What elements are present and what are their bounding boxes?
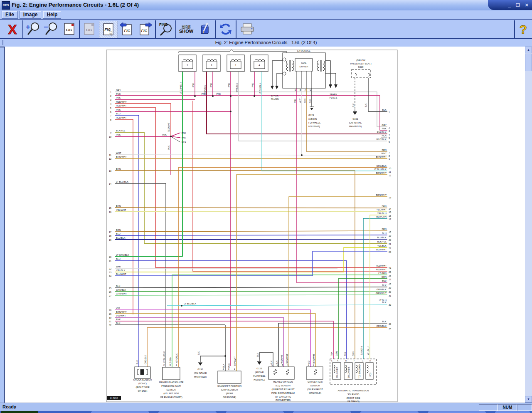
resistor-icon: [286, 369, 289, 375]
diagram-text: (DOHC): [138, 382, 147, 385]
diagram-text: (ABOVE: [255, 371, 264, 373]
print-button[interactable]: [237, 21, 257, 37]
wire-blk: [325, 61, 330, 84]
right-pin-number: 18: [389, 230, 391, 233]
wire-color-label: LT GRN/BLK: [180, 82, 182, 94]
left-pin-label: GRY: [116, 89, 121, 92]
left-pin-number: 3: [110, 99, 111, 101]
wire-color-label: PNK: [167, 145, 170, 150]
figure-prev-button[interactable]: FIG: [118, 21, 136, 37]
menu-image[interactable]: Image: [20, 11, 42, 19]
wire-brn: [115, 208, 387, 208]
diagram-viewport[interactable]: 2314E/I MODULECOILDRIVERSPARKPLUGSSPARKP…: [4, 47, 525, 403]
left-pin-label: RED/WHT: [116, 104, 127, 107]
wire-color-label: LT GRN: [169, 357, 172, 364]
hide-show-button[interactable]: HIDE SHOW: [177, 21, 195, 37]
diagram-text: 4: [259, 64, 260, 67]
svg-text:X: X: [8, 22, 17, 37]
wire-gry: [115, 92, 387, 127]
close-button[interactable]: ✕: [525, 1, 529, 9]
left-pin-number: 24: [109, 275, 111, 277]
figure-thumbnail-button[interactable]: FIG: [80, 21, 99, 37]
diagram-text: 3: [228, 368, 229, 370]
scroll-thumb[interactable]: [525, 54, 532, 71]
wire-blk: [200, 356, 225, 360]
menu-help[interactable]: Help: [43, 11, 61, 19]
figure-select-button[interactable]: FIG ☟: [99, 21, 118, 38]
menu-file[interactable]: File: [2, 11, 18, 19]
taskbar-button[interactable]: [91, 411, 150, 413]
diagram-text: 1: [313, 364, 314, 366]
coil-winding-icon: [207, 59, 217, 61]
diagram-text: D: [369, 360, 371, 362]
wire-color-label: TCC SOLENOID: [359, 364, 361, 378]
right-pin-number: 22: [389, 247, 391, 250]
taskbar-button[interactable]: [495, 411, 531, 413]
svg-text:+: +: [26, 23, 30, 31]
wire-color-label: BRN: [304, 99, 306, 103]
minimize-button[interactable]: _: [508, 1, 511, 9]
left-pin-label: BRN: [116, 205, 121, 207]
help-button[interactable]: ?: [515, 21, 531, 37]
diagram-text: MANIFOLD): [349, 125, 362, 128]
left-pin-label: BLU/BLK: [116, 237, 126, 239]
close-figure-button[interactable]: X: [3, 21, 22, 37]
left-pin-number: 5: [110, 106, 111, 109]
refresh-button[interactable]: [217, 21, 235, 37]
wire-color-label: PNK: [251, 83, 254, 87]
figure-list-button[interactable]: FIG: [60, 21, 79, 37]
caption-grip: [2, 40, 3, 45]
right-pin-number: 4: [389, 134, 390, 136]
left-pin-number: 17: [109, 231, 111, 233]
diagram-text: E/I MODULE: [297, 49, 310, 52]
right-pin-label: YEL/BLU: [377, 212, 387, 215]
left-pin-label: PNK: [116, 318, 121, 321]
scroll-down-button[interactable]: ▼: [525, 396, 532, 403]
diagram-text: MANIFOLD): [194, 376, 207, 378]
wire-blublk: [115, 239, 387, 240]
wire-color-label: BLU: [344, 352, 346, 356]
wire-color-label: BLK: [352, 103, 355, 107]
annotate-button[interactable]: [196, 21, 214, 37]
knock-element-icon: [140, 369, 144, 375]
taskbar-button[interactable]: [360, 411, 419, 413]
taskbar-button[interactable]: [293, 411, 352, 413]
right-pin-number: 19: [389, 235, 391, 237]
taskbar-button[interactable]: [225, 411, 284, 413]
left-pin-label: WHT: [116, 265, 121, 268]
wire-color-label: PNK: [228, 363, 230, 368]
left-pin-number: 32: [109, 324, 111, 326]
left-pin-label: RED/WHT: [116, 116, 127, 119]
vertical-scrollbar[interactable]: ▲ ▼: [525, 47, 532, 403]
right-pin-label: WHT/BLK: [377, 138, 387, 141]
right-pin-number: 20: [389, 239, 391, 241]
wire-color-label: VIO: [308, 361, 310, 364]
diagram-text: SPARK: [271, 94, 279, 97]
diagram-text: (ON INTAKE: [194, 372, 207, 374]
svg-text:?: ?: [520, 22, 527, 36]
start-button-edge[interactable]: [1, 411, 38, 413]
figure-next-button[interactable]: FIG: [136, 21, 154, 37]
diagram-text: OF ENGINE COMPT): [160, 396, 182, 398]
left-pin-number: 18: [109, 235, 111, 237]
left-pin-number: 4: [110, 103, 111, 105]
find-button[interactable]: FIND: [157, 21, 175, 37]
left-pin-number: 26: [109, 291, 111, 293]
right-pin-label: GRN: [382, 276, 387, 278]
zoom-in-button[interactable]: +: [24, 21, 42, 37]
taskbar-button[interactable]: [427, 411, 486, 413]
left-pin-number: 23: [109, 271, 111, 274]
close-x-icon: X: [4, 21, 21, 37]
taskbar-button[interactable]: [158, 411, 217, 413]
diagram-text: OF ENGINE): [223, 396, 236, 398]
junction-dot: [181, 305, 182, 307]
diagram-text: E: [331, 360, 332, 362]
cmp-sensor: [218, 371, 241, 383]
scroll-up-button[interactable]: ▲: [525, 47, 532, 53]
window-title: Fig. 2: Engine Performance Circuits - 1.…: [12, 2, 139, 8]
wire-brn: [307, 88, 387, 152]
left-pin-label: BLU: [116, 112, 121, 115]
right-pin-number: 1: [389, 111, 390, 114]
zoom-out-button[interactable]: −: [42, 21, 60, 37]
restore-button[interactable]: ❐: [516, 1, 520, 9]
